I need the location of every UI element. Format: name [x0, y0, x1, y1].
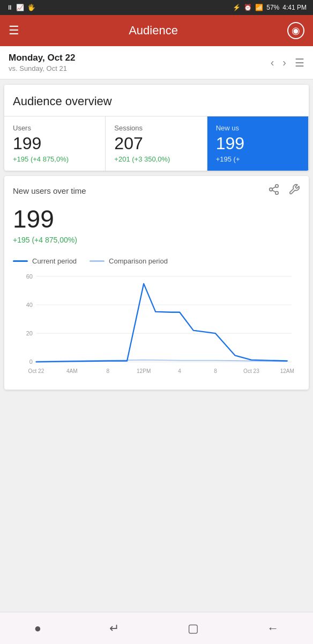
- settings-icon[interactable]: [288, 184, 300, 198]
- time-display: 4:41 PM: [282, 4, 307, 11]
- svg-line-3: [272, 191, 275, 193]
- legend-comparison: Comparison period: [90, 257, 168, 265]
- app-header: ☰ Audience ◉: [0, 15, 313, 46]
- legend-current: Current period: [13, 257, 77, 265]
- legend-comparison-label: Comparison period: [109, 257, 168, 265]
- metrics-row: Users 199 +195 (+4 875,0%) Sessions 207 …: [4, 116, 309, 171]
- svg-text:8: 8: [214, 368, 217, 374]
- metric-users-change: +195 (+4 875,0%): [13, 155, 96, 163]
- metric-users-value: 199: [13, 134, 96, 153]
- sub-date: vs. Sunday, Oct 21: [9, 64, 75, 72]
- svg-text:20: 20: [26, 330, 33, 336]
- bottom-nav: ● ↵ ▢ ←: [0, 612, 313, 644]
- share-icon[interactable]: [268, 184, 280, 198]
- analytics-icon: ◉: [292, 25, 300, 36]
- svg-text:0: 0: [29, 358, 33, 365]
- wifi-icon: 📶: [255, 4, 263, 11]
- metric-sessions-label: Sessions: [114, 124, 198, 132]
- metric-sessions-change: +201 (+3 350,0%): [114, 155, 198, 163]
- metric-users-label: Users: [13, 124, 96, 132]
- legend-current-label: Current period: [32, 257, 77, 265]
- prev-arrow[interactable]: ‹: [271, 56, 274, 69]
- legend-current-line: [13, 260, 28, 262]
- svg-text:60: 60: [26, 273, 33, 280]
- svg-line-4: [272, 187, 275, 189]
- alarm-icon: ⏰: [244, 4, 252, 11]
- svg-text:12PM: 12PM: [137, 368, 151, 374]
- chart-legend: Current period Comparison period: [4, 253, 309, 265]
- metric-sessions[interactable]: Sessions 207 +201 (+3 350,0%): [106, 116, 207, 171]
- hamburger-icon[interactable]: ☰: [9, 24, 19, 38]
- metric-new-users-value: 199: [216, 134, 300, 153]
- chart-actions: [268, 184, 300, 198]
- svg-text:12AM: 12AM: [280, 368, 294, 374]
- svg-text:Oct 22: Oct 22: [28, 368, 44, 374]
- svg-text:4AM: 4AM: [66, 368, 78, 374]
- filter-icon[interactable]: ☰: [295, 56, 304, 69]
- nav-dot[interactable]: ●: [34, 621, 41, 635]
- line-chart: 60 40 20 0 Oct 22 4AM 8 12PM 4 8 Oct 23 …: [9, 269, 304, 387]
- svg-text:40: 40: [26, 302, 33, 308]
- hand-icon: 🖐: [27, 4, 35, 11]
- chart-container: 60 40 20 0 Oct 22 4AM 8 12PM 4 8 Oct 23 …: [4, 265, 309, 390]
- battery-text: 57%: [266, 4, 279, 11]
- pause-icon: ⏸: [6, 4, 13, 11]
- legend-comparison-line: [90, 260, 105, 262]
- chart-change: +195 (+4 875,00%): [4, 233, 309, 253]
- nav-recent-apps[interactable]: ↵: [109, 621, 119, 635]
- profile-icon[interactable]: ◉: [287, 22, 304, 39]
- svg-text:Oct 23: Oct 23: [243, 368, 259, 374]
- metric-new-users[interactable]: New us 199 +195 (+: [207, 116, 309, 171]
- metric-new-users-label: New us: [216, 124, 300, 132]
- main-date: Monday, Oct 22: [9, 53, 75, 63]
- metric-sessions-value: 207: [114, 134, 198, 153]
- current-line: [36, 284, 287, 362]
- stats-icon: 📈: [16, 4, 24, 11]
- svg-text:4: 4: [178, 368, 181, 374]
- metric-new-users-change: +195 (+: [216, 155, 300, 163]
- svg-text:8: 8: [106, 368, 109, 374]
- status-bar: ⏸ 📈 🖐 ⚡ ⏰ 📶 57% 4:41 PM: [0, 0, 313, 15]
- audience-overview-card: Audience overview Users 199 +195 (+4 875…: [4, 85, 309, 171]
- status-left-icons: ⏸ 📈 🖐: [6, 4, 35, 11]
- bluetooth-icon: ⚡: [233, 4, 241, 11]
- header-title: Audience: [129, 24, 178, 38]
- audience-overview-title: Audience overview: [4, 85, 309, 116]
- next-arrow[interactable]: ›: [282, 56, 286, 69]
- metric-users[interactable]: Users 199 +195 (+4 875,0%): [4, 116, 106, 171]
- chart-title: New users over time: [13, 186, 86, 195]
- chart-header: New users over time: [4, 176, 309, 202]
- status-right-info: ⚡ ⏰ 📶 57% 4:41 PM: [233, 4, 307, 11]
- date-info: Monday, Oct 22 vs. Sunday, Oct 21: [9, 53, 75, 72]
- nav-back[interactable]: ←: [267, 621, 279, 635]
- date-nav: ‹ › ☰: [271, 56, 304, 69]
- date-bar: Monday, Oct 22 vs. Sunday, Oct 21 ‹ › ☰: [0, 46, 313, 79]
- chart-big-number: 199: [4, 202, 309, 233]
- chart-section: New users over time 199 +195 (+4 875,00%…: [4, 176, 309, 390]
- nav-home[interactable]: ▢: [188, 621, 199, 635]
